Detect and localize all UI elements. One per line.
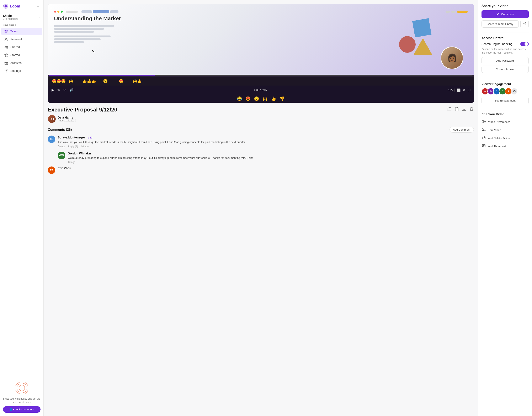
browser-tab-2 bbox=[110, 10, 118, 13]
svg-rect-9 bbox=[37, 7, 39, 7]
divider-1 bbox=[482, 33, 529, 33]
emoji-laugh[interactable]: 😂 bbox=[237, 96, 242, 101]
slide-line-5 bbox=[54, 38, 101, 40]
add-password-button[interactable]: Add Password bbox=[482, 57, 529, 64]
download-button[interactable] bbox=[462, 106, 466, 112]
delete-button[interactable] bbox=[469, 106, 474, 112]
copy-link-button[interactable]: Copy Link bbox=[482, 10, 529, 18]
sidebar-item-starred[interactable]: Starred bbox=[1, 51, 42, 59]
share-library-button[interactable]: Share to Team Library bbox=[482, 20, 519, 28]
sidebar-item-shared-label: Shared bbox=[10, 46, 20, 49]
sidebar-item-shared[interactable]: Shared bbox=[1, 43, 42, 51]
time-total: 2:15 bbox=[262, 88, 267, 92]
loom-logo-icon bbox=[3, 3, 9, 9]
svg-rect-8 bbox=[37, 6, 39, 6]
sidebar-item-archives[interactable]: Archives bbox=[1, 59, 42, 67]
see-engagement-button[interactable]: See Engagement bbox=[482, 97, 529, 104]
video-preferences-item[interactable]: Video Preferences bbox=[482, 118, 529, 126]
emoji-heart-eyes[interactable]: 😍 bbox=[246, 96, 251, 101]
reply-age-1: 1d ago bbox=[68, 161, 75, 164]
svg-line-37 bbox=[16, 386, 18, 386]
viewer-avatars: A B C D E +5 bbox=[482, 88, 529, 95]
comment-avatar-1: SM bbox=[48, 136, 55, 143]
emoji-thumbs-up[interactable]: 👍 bbox=[271, 96, 276, 101]
folder-button[interactable] bbox=[447, 106, 451, 112]
toggle-thumb bbox=[524, 42, 528, 46]
search-engine-toggle[interactable] bbox=[520, 42, 529, 46]
reply-actions-1: 1d ago bbox=[68, 161, 253, 164]
reply-body-1: Gordon Whitaker We're already preparing … bbox=[68, 152, 253, 164]
reply-comment-1[interactable]: Reply (2) bbox=[68, 145, 78, 148]
sidebar-item-personal-label: Personal bbox=[10, 38, 22, 41]
loom-logo: Loom bbox=[3, 3, 20, 9]
edit-title: Edit Your Video bbox=[482, 112, 529, 116]
cursor-indicator: ↖ bbox=[91, 48, 96, 54]
speed-badge[interactable]: 1.2x bbox=[447, 88, 454, 92]
reaction-5: 😍 bbox=[119, 79, 123, 84]
theater-mode-button[interactable]: ⬜ bbox=[457, 88, 461, 92]
svg-line-43 bbox=[16, 390, 18, 392]
shared-icon bbox=[4, 45, 8, 49]
rewind-button[interactable]: ⟲ bbox=[57, 88, 60, 92]
comment-text-1: The way that you walk through the market… bbox=[58, 140, 246, 144]
sidebar-item-personal[interactable]: Personal bbox=[1, 36, 42, 43]
share-icon-button[interactable] bbox=[520, 20, 529, 28]
svg-rect-59 bbox=[483, 120, 484, 123]
edit-video-section: Edit Your Video Video Preferences Trim V… bbox=[482, 112, 529, 150]
svg-line-64 bbox=[482, 129, 485, 131]
collapse-sidebar-button[interactable] bbox=[36, 3, 40, 9]
browser-btn-1 bbox=[445, 10, 450, 13]
slide-content: Understanding the Market ↖ bbox=[54, 15, 468, 74]
add-comment-button[interactable]: Add Comment bbox=[450, 127, 474, 133]
video-controls: ▶ ⟲ ⟳ 🔊 0:30 / 2:15 1.2x ⬜ ⧉ ⛶ bbox=[48, 85, 474, 95]
video-progress-bar[interactable] bbox=[49, 75, 473, 76]
libraries-label: Libraries bbox=[0, 21, 43, 28]
progress-bar-fill bbox=[49, 75, 155, 76]
video-preferences-icon bbox=[482, 120, 486, 124]
author-name: Deja Harris bbox=[58, 116, 76, 119]
author-info: Deja Harris August 15, 2020 bbox=[58, 116, 76, 122]
presenter-bubble: 👩🏾 bbox=[441, 47, 463, 69]
add-thumbnail-label: Add Thumbnail bbox=[488, 145, 506, 148]
reply-avatar-1: GW bbox=[58, 152, 65, 159]
reaction-2: 🙌 bbox=[69, 79, 73, 84]
add-cta-item[interactable]: Add Call-to-Action bbox=[482, 134, 529, 142]
svg-point-49 bbox=[19, 385, 25, 391]
play-button[interactable]: ▶ bbox=[51, 88, 54, 92]
workspace-selector[interactable]: Shiplo 345 members ▾ bbox=[0, 12, 43, 21]
blue-rectangle-shape bbox=[412, 18, 432, 38]
svg-line-34 bbox=[23, 392, 24, 394]
svg-line-57 bbox=[524, 24, 525, 24]
personal-icon bbox=[4, 37, 8, 41]
emoji-raised-hands[interactable]: 🙌 bbox=[263, 96, 268, 101]
svg-rect-7 bbox=[37, 5, 39, 5]
fast-forward-button[interactable]: ⟳ bbox=[63, 88, 67, 92]
reaction-6: 🙌👍 bbox=[133, 79, 142, 84]
trim-video-item[interactable]: Trim Video bbox=[482, 126, 529, 134]
invite-members-button[interactable]: 👤+ Invite members bbox=[3, 406, 40, 413]
fullscreen-button[interactable]: ⛶ bbox=[468, 88, 471, 92]
duplicate-button[interactable] bbox=[454, 106, 459, 112]
video-preferences-label: Video Preferences bbox=[488, 120, 510, 123]
workspace-chevron-icon: ▾ bbox=[39, 16, 40, 19]
comments-header: Comments (36) Add Comment bbox=[48, 127, 474, 133]
sidebar-item-starred-label: Starred bbox=[10, 53, 20, 57]
custom-access-button[interactable]: Custom Access bbox=[482, 66, 529, 73]
sidebar-item-settings[interactable]: Settings bbox=[1, 67, 42, 75]
emoji-thumbs-down[interactable]: 👎 bbox=[279, 96, 285, 101]
volume-button[interactable]: 🔊 bbox=[69, 88, 74, 92]
sidebar-item-team[interactable]: Team bbox=[1, 28, 42, 35]
add-thumbnail-item[interactable]: Add Thumbnail bbox=[482, 142, 529, 150]
video-action-buttons bbox=[447, 106, 474, 112]
delete-comment-1[interactable]: Delete bbox=[58, 145, 65, 148]
comment-item-eric: EZ Eric Zhou bbox=[48, 167, 474, 174]
emoji-wow[interactable]: 😮 bbox=[254, 96, 259, 101]
pip-button[interactable]: ⧉ bbox=[463, 88, 465, 92]
svg-point-16 bbox=[5, 47, 6, 48]
browser-tab bbox=[81, 10, 92, 13]
archives-icon bbox=[4, 61, 8, 65]
browser-dot-green bbox=[61, 10, 63, 13]
browser-spacer bbox=[66, 10, 78, 13]
time-current: 0:30 bbox=[254, 88, 259, 92]
svg-rect-51 bbox=[456, 108, 458, 111]
